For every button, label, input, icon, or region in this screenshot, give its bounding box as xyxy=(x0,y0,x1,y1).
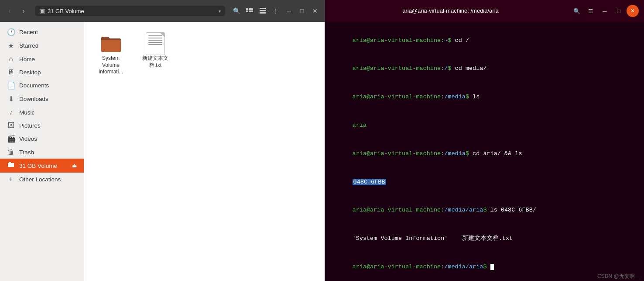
term-line-2: aria@aria-virtual-machine:/$ cd media/ xyxy=(331,55,638,83)
sidebar-item-volume[interactable]: 31 GB Volume ⏏ xyxy=(0,159,84,173)
term-line-3: aria@aria-virtual-machine:/media$ ls xyxy=(331,83,638,111)
more-options-button[interactable]: ⋮ xyxy=(270,5,282,17)
sidebar-item-volume-label: 31 GB Volume xyxy=(19,163,68,169)
maximize-button[interactable]: □ xyxy=(296,5,308,17)
home-icon: ⌂ xyxy=(7,55,15,63)
sidebar-item-pictures[interactable]: 🖼 Pictures xyxy=(0,119,84,132)
cursor xyxy=(490,264,494,270)
textfile-icon xyxy=(146,32,165,55)
svg-rect-0 xyxy=(246,8,248,10)
svg-rect-4 xyxy=(260,8,266,9)
eject-icon: ⏏ xyxy=(72,163,77,169)
sidebar-item-desktop[interactable]: 🖥 Desktop xyxy=(0,66,84,79)
location-dropdown-button[interactable]: ▾ xyxy=(219,9,221,14)
term-line-9: aria@aria-virtual-machine:/media/aria$ xyxy=(331,253,638,272)
sidebar-item-videos[interactable]: 🎬 Videos xyxy=(0,132,84,146)
file-label-newfile: 新建文本文档.txt xyxy=(137,55,173,69)
term-line-4: aria xyxy=(331,111,638,139)
sidebar-item-trash-label: Trash xyxy=(19,149,34,156)
sidebar-item-downloads-label: Downloads xyxy=(19,96,48,102)
sidebar-item-downloads[interactable]: ⬇ Downloads xyxy=(0,92,84,106)
close-button[interactable]: ✕ xyxy=(309,5,321,17)
term-prompt-1: aria@aria-virtual-machine xyxy=(353,37,441,44)
term-content[interactable]: aria@aria-virtual-machine:~$ cd / aria@a… xyxy=(325,22,644,272)
fm-sidebar: 🕐 Recent ★ Starred ⌂ Home 🖥 Desktop 📄 Do… xyxy=(0,22,84,281)
term-title-buttons: 🔍 ☰ ─ □ ✕ xyxy=(571,5,639,17)
svg-rect-6 xyxy=(260,12,266,14)
terminal: aria@aria-virtual-machine: /media/aria 🔍… xyxy=(325,0,644,281)
term-close-button[interactable]: ✕ xyxy=(627,5,639,17)
fm-toolbar-right: 🔍 ⋮ ─ □ ✕ xyxy=(230,5,321,17)
sidebar-item-home-label: Home xyxy=(19,56,35,62)
term-line-7: aria@aria-virtual-machine:/media/aria$ l… xyxy=(331,196,638,225)
back-button[interactable]: ‹ xyxy=(3,5,16,17)
sidebar-item-music[interactable]: ♪ Music xyxy=(0,106,84,119)
minimize-button[interactable]: ─ xyxy=(283,5,295,17)
textfile-icon-wrapper xyxy=(144,32,167,55)
folder-icon xyxy=(99,32,122,55)
term-line-5: aria@aria-virtual-machine:/media$ cd ari… xyxy=(331,139,638,168)
watermark: CSDN @无妄啊__ xyxy=(325,272,644,281)
term-title-area: aria@aria-virtual-machine: /media/aria xyxy=(330,7,571,15)
file-item-newfile[interactable]: 新建文本文档.txt xyxy=(136,29,175,79)
file-label-sysinfo: System Volume Informati... xyxy=(93,55,129,76)
sidebar-item-videos-label: Videos xyxy=(19,135,37,142)
volume-icon xyxy=(7,161,15,170)
pictures-icon: 🖼 xyxy=(7,121,15,129)
music-icon: ♪ xyxy=(7,108,15,116)
videos-icon: 🎬 xyxy=(7,135,15,143)
sidebar-item-starred[interactable]: ★ Starred xyxy=(0,39,84,52)
sidebar-item-pictures-label: Pictures xyxy=(19,122,41,129)
fm-titlebar: ‹ › ▣ 31 GB Volume ▾ 🔍 xyxy=(0,0,325,22)
term-titlebar: aria@aria-virtual-machine: /media/aria 🔍… xyxy=(325,0,644,22)
drive-icon: ▣ xyxy=(39,7,45,14)
fm-location-bar: ▣ 31 GB Volume ▾ xyxy=(35,6,225,16)
sidebar-item-recent[interactable]: 🕐 Recent xyxy=(0,25,84,39)
location-text: 31 GB Volume xyxy=(48,8,216,14)
sidebar-item-recent-label: Recent xyxy=(19,29,38,35)
desktop-icon: 🖥 xyxy=(7,68,15,76)
term-line-8: 'System Volume Information' 新建文本文档.txt xyxy=(331,224,638,253)
file-item-sysinfo[interactable]: System Volume Informati... xyxy=(91,29,130,79)
search-button[interactable]: 🔍 xyxy=(230,5,243,17)
forward-button[interactable]: › xyxy=(17,5,30,17)
svg-rect-8 xyxy=(9,162,11,163)
svg-rect-1 xyxy=(249,8,253,10)
sidebar-item-trash[interactable]: 🗑 Trash xyxy=(0,146,84,159)
term-title-text: aria@aria-virtual-machine: /media/aria xyxy=(402,7,499,14)
sidebar-item-home[interactable]: ⌂ Home xyxy=(0,52,84,66)
view-toggle-button[interactable] xyxy=(243,5,256,17)
term-maximize-button[interactable]: □ xyxy=(613,5,625,17)
term-search-button[interactable]: 🔍 xyxy=(571,5,583,17)
highlight-048c: 048C-6FBB xyxy=(353,179,386,185)
sidebar-item-starred-label: Starred xyxy=(19,42,38,49)
sidebar-item-documents[interactable]: 📄 Documents xyxy=(0,79,84,92)
starred-icon: ★ xyxy=(7,42,15,50)
fm-body: 🕐 Recent ★ Starred ⌂ Home 🖥 Desktop 📄 Do… xyxy=(0,22,325,281)
term-line-6: 048C-6FBB xyxy=(331,168,638,196)
fm-content: System Volume Informati... 新建文本文档.txt xyxy=(84,22,325,281)
svg-rect-7 xyxy=(8,163,14,167)
svg-rect-3 xyxy=(249,10,253,12)
view-list-button[interactable] xyxy=(257,5,269,17)
downloads-icon: ⬇ xyxy=(7,95,15,103)
trash-icon: 🗑 xyxy=(7,148,15,156)
term-line-1: aria@aria-virtual-machine:~$ cd / xyxy=(331,26,638,55)
sidebar-item-documents-label: Documents xyxy=(19,82,49,89)
svg-rect-5 xyxy=(260,10,266,11)
sidebar-item-music-label: Music xyxy=(19,109,34,116)
sidebar-item-desktop-label: Desktop xyxy=(19,69,41,76)
file-manager: ‹ › ▣ 31 GB Volume ▾ 🔍 xyxy=(0,0,325,281)
sidebar-item-other-label: Other Locations xyxy=(19,176,61,183)
documents-icon: 📄 xyxy=(7,81,15,90)
term-minimize-button[interactable]: ─ xyxy=(599,5,611,17)
sidebar-item-other[interactable]: + Other Locations xyxy=(0,173,84,186)
svg-rect-2 xyxy=(246,10,248,12)
other-icon: + xyxy=(7,175,15,183)
recent-icon: 🕐 xyxy=(7,28,15,36)
term-hamburger-button[interactable]: ☰ xyxy=(585,5,597,17)
